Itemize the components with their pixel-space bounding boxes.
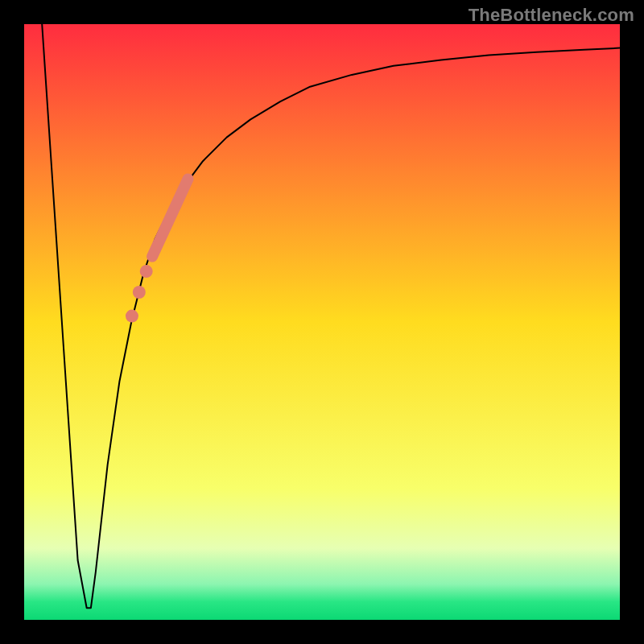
svg-point-2 bbox=[126, 310, 138, 323]
svg-point-0 bbox=[140, 265, 153, 278]
chart-container: TheBottleneck.com bbox=[0, 0, 644, 644]
bottleneck-chart bbox=[0, 0, 644, 644]
svg-point-1 bbox=[133, 286, 146, 299]
attribution-label: TheBottleneck.com bbox=[469, 5, 634, 26]
plot-background bbox=[24, 24, 620, 620]
